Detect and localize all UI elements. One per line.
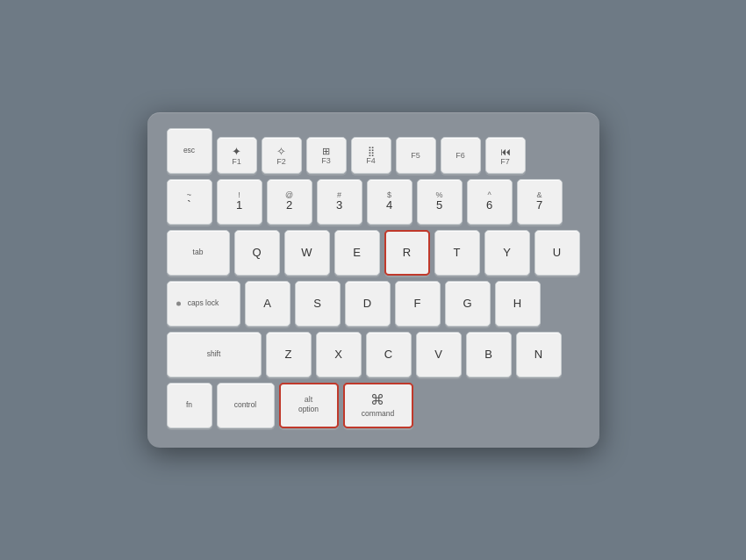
key-3[interactable]: # 3	[317, 179, 362, 225]
key-option[interactable]: alt option	[279, 383, 339, 428]
key-f2-label: F2	[276, 158, 286, 166]
key-t-main: T	[454, 247, 461, 259]
key-f1[interactable]: ✦ F1	[217, 137, 257, 174]
key-command-icon: ⌘	[370, 391, 384, 408]
key-f7[interactable]: ⏮ F7	[485, 137, 526, 174]
key-control-label: control	[234, 400, 257, 410]
key-g[interactable]: G	[445, 281, 491, 327]
key-x-main: X	[334, 348, 342, 361]
key-f2[interactable]: ✧ F2	[262, 137, 302, 174]
key-f4[interactable]: ⣿ F4	[351, 137, 391, 174]
key-tab[interactable]: tab	[167, 230, 230, 276]
key-7[interactable]: & 7	[517, 179, 563, 225]
key-option-content: alt option	[298, 396, 319, 414]
key-shift-label: shift	[207, 349, 221, 359]
key-tilde[interactable]: ~ `	[167, 179, 212, 225]
key-7-main: 7	[536, 199, 542, 212]
key-option-alt: alt	[305, 396, 313, 404]
key-x[interactable]: X	[316, 332, 362, 377]
key-f-main: F	[414, 298, 421, 310]
key-c-main: C	[384, 348, 392, 361]
key-f7-label: F7	[500, 158, 510, 166]
key-u-main: U	[553, 247, 561, 259]
key-3-main: 3	[336, 199, 342, 212]
key-6-main: 6	[486, 199, 492, 212]
a-row: caps lock A S D F G H	[167, 281, 580, 327]
key-d-main: D	[363, 298, 371, 310]
key-caps-lock[interactable]: caps lock	[167, 281, 240, 327]
key-2[interactable]: @ 2	[267, 179, 312, 225]
key-option-label: option	[298, 405, 319, 414]
key-e-main: E	[353, 247, 361, 259]
key-b-main: B	[484, 348, 492, 361]
key-6[interactable]: ^ 6	[467, 179, 513, 225]
key-1[interactable]: ! 1	[217, 179, 262, 225]
key-y[interactable]: Y	[484, 230, 530, 276]
key-tilde-main: `	[187, 199, 190, 212]
key-5[interactable]: % 5	[417, 179, 463, 225]
key-f4-label: F4	[366, 157, 376, 165]
key-caps-label: caps lock	[188, 298, 219, 308]
caps-lock-dot	[176, 302, 181, 306]
key-e[interactable]: E	[334, 230, 380, 276]
key-z-main: Z	[285, 348, 292, 361]
number-row: ~ ` ! 1 @ 2 # 3 $ 4 % 5 ^ 6 & 7	[167, 179, 580, 225]
keyboard: esc ✦ F1 ✧ F2 ⊞ F3 ⣿ F4 F5 F6 ⏮ F7	[147, 112, 599, 448]
key-command-label: command	[362, 409, 394, 419]
key-w[interactable]: W	[284, 230, 330, 276]
key-y-main: Y	[503, 247, 511, 259]
key-4-main: 4	[386, 199, 392, 212]
key-t[interactable]: T	[434, 230, 480, 276]
key-esc-label: esc	[183, 146, 195, 155]
key-c[interactable]: C	[366, 332, 412, 377]
key-f3[interactable]: ⊞ F3	[306, 137, 347, 174]
key-shift[interactable]: shift	[167, 332, 262, 377]
key-f[interactable]: F	[395, 281, 441, 327]
key-fn-label: fn	[186, 400, 192, 410]
z-row: shift Z X C V B N	[167, 332, 580, 377]
key-v-main: V	[434, 348, 442, 361]
key-s-main: S	[313, 298, 321, 310]
key-a[interactable]: A	[245, 281, 291, 327]
key-u[interactable]: U	[534, 230, 580, 276]
key-f7-icon: ⏮	[500, 146, 511, 158]
key-1-main: 1	[236, 199, 242, 212]
key-h-main: H	[513, 298, 521, 310]
key-fn[interactable]: fn	[167, 383, 212, 428]
key-h[interactable]: H	[495, 281, 541, 327]
key-a-main: A	[263, 298, 271, 310]
key-f5[interactable]: F5	[396, 137, 436, 174]
key-esc[interactable]: esc	[167, 128, 212, 174]
key-control[interactable]: control	[217, 383, 275, 428]
key-w-main: W	[301, 247, 312, 259]
q-row: tab Q W E R T Y U	[167, 230, 580, 276]
key-r-main: R	[403, 247, 411, 259]
key-command[interactable]: ⌘ command	[343, 383, 413, 428]
key-command-content: ⌘ command	[362, 391, 394, 419]
key-v[interactable]: V	[416, 332, 462, 377]
key-n[interactable]: N	[516, 332, 562, 377]
key-f6[interactable]: F6	[441, 137, 481, 174]
key-q[interactable]: Q	[234, 230, 280, 276]
fkey-row: esc ✦ F1 ✧ F2 ⊞ F3 ⣿ F4 F5 F6 ⏮ F7	[167, 128, 580, 174]
key-f1-icon: ✦	[232, 145, 241, 158]
key-z[interactable]: Z	[266, 332, 312, 377]
bottom-row: fn control alt option ⌘ command	[167, 383, 580, 428]
key-n-main: N	[534, 348, 542, 361]
key-b[interactable]: B	[466, 332, 512, 377]
key-r[interactable]: R	[384, 230, 430, 276]
key-s[interactable]: S	[295, 281, 341, 327]
key-5-main: 5	[436, 199, 442, 212]
key-f6-label: F6	[455, 152, 465, 160]
key-4[interactable]: $ 4	[367, 179, 412, 225]
key-2-main: 2	[286, 199, 292, 212]
key-f2-icon: ✧	[276, 145, 286, 158]
key-g-main: G	[463, 298, 471, 310]
key-d[interactable]: D	[345, 281, 391, 327]
key-f5-label: F5	[411, 152, 420, 160]
key-f3-label: F3	[321, 157, 331, 165]
key-tab-label: tab	[193, 248, 204, 257]
key-f1-label: F1	[232, 158, 241, 166]
key-q-main: Q	[252, 247, 261, 259]
